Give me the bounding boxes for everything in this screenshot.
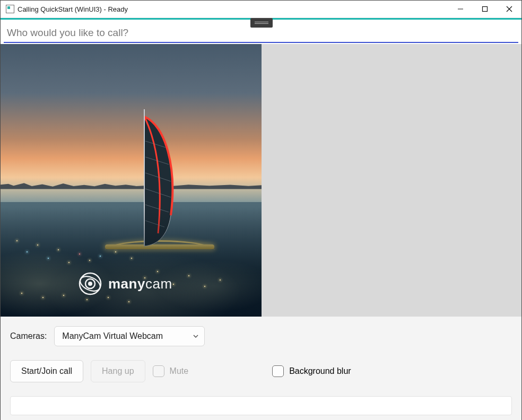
camera-select[interactable]: ManyCam Virtual Webcam bbox=[54, 326, 205, 346]
manycam-logo-icon bbox=[77, 271, 103, 296]
video-row: manycam bbox=[1, 44, 521, 317]
checkbox-box-icon bbox=[272, 365, 284, 377]
grip-handle-icon[interactable] bbox=[250, 18, 273, 28]
hang-up-label: Hang up bbox=[102, 366, 134, 376]
cameras-label: Cameras: bbox=[10, 331, 47, 341]
window-title: Calling QuickStart (WinUI3) - Ready bbox=[18, 5, 128, 13]
close-button[interactable] bbox=[497, 1, 521, 18]
svg-rect-1 bbox=[483, 7, 488, 12]
status-strip bbox=[10, 396, 512, 415]
controls-panel: Cameras: ManyCam Virtual Webcam Start/Jo… bbox=[1, 317, 521, 420]
start-join-call-label: Start/Join call bbox=[21, 366, 72, 376]
camera-select-value: ManyCam Virtual Webcam bbox=[62, 331, 163, 341]
svg-point-14 bbox=[88, 282, 92, 286]
app-icon bbox=[6, 5, 14, 13]
background-blur-label: Background blur bbox=[289, 366, 351, 376]
hang-up-button[interactable]: Hang up bbox=[91, 360, 145, 382]
chevron-down-icon bbox=[193, 333, 199, 339]
local-video-preview: manycam bbox=[1, 44, 262, 317]
manycam-watermark: manycam bbox=[77, 271, 172, 296]
app-window: Calling QuickStart (WinUI3) - Ready bbox=[0, 0, 522, 420]
mute-label: Mute bbox=[170, 366, 189, 376]
maximize-button[interactable] bbox=[473, 1, 497, 18]
mute-checkbox[interactable]: Mute bbox=[153, 365, 189, 377]
start-join-call-button[interactable]: Start/Join call bbox=[10, 360, 83, 382]
manycam-watermark-text: manycam bbox=[108, 276, 172, 292]
remote-video-placeholder bbox=[262, 44, 521, 317]
titlebar: Calling QuickStart (WinUI3) - Ready bbox=[1, 1, 521, 18]
minimize-button[interactable] bbox=[448, 1, 473, 18]
background-blur-checkbox[interactable]: Background blur bbox=[272, 365, 351, 377]
checkbox-box-icon bbox=[153, 365, 164, 377]
